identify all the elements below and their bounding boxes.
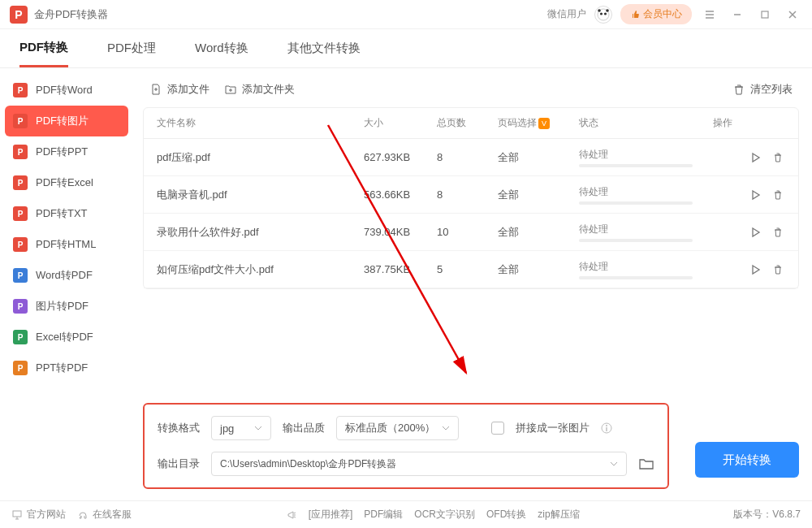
minimize-button[interactable] (728, 5, 747, 24)
clear-list-button[interactable]: 清空列表 (732, 82, 793, 97)
svg-rect-9 (607, 427, 607, 431)
tab-word-convert[interactable]: Word转换 (195, 31, 248, 66)
sidebar-item-6[interactable]: PWord转PDF (0, 260, 133, 291)
file-type-icon: P (13, 206, 28, 221)
quality-select[interactable]: 标准品质（200%） (336, 416, 459, 440)
sidebar-item-label: PDF转PPT (36, 145, 88, 159)
col-size: 大小 (364, 116, 437, 130)
sidebar-item-3[interactable]: PPDF转Excel (0, 167, 133, 198)
sidebar-item-4[interactable]: PPDF转TXT (0, 198, 133, 229)
footer-link-0[interactable]: [应用推荐] (309, 508, 353, 522)
play-button[interactable] (748, 225, 762, 240)
sidebar-item-label: PDF转TXT (36, 206, 88, 221)
cell-size: 387.75KB (364, 263, 437, 275)
chevron-down-icon (442, 426, 450, 431)
sidebar-item-label: PPT转PDF (36, 361, 88, 375)
cell-status: 待处理 (579, 148, 713, 167)
sidebar-item-2[interactable]: PPDF转PPT (0, 136, 133, 167)
footer: 官方网站 在线客服 [应用推荐] PDF编辑 OCR文字识别 OFD转换 zip… (0, 500, 812, 528)
vip-label: 会员中心 (643, 7, 682, 21)
outdir-input[interactable]: C:\Users\admin\Desktop\金舟PDF转换器 (211, 452, 627, 476)
delete-button[interactable] (771, 188, 785, 202)
sidebar-item-7[interactable]: P图片转PDF (0, 291, 133, 322)
svg-point-1 (600, 12, 603, 15)
chevron-down-icon (254, 426, 262, 431)
svg-point-8 (606, 425, 607, 426)
sidebar-item-label: PDF转图片 (36, 114, 89, 128)
customer-service-link[interactable]: 在线客服 (77, 508, 132, 522)
footer-link-2[interactable]: OCR文字识别 (414, 508, 475, 522)
sidebar-item-8[interactable]: PExcel转PDF (0, 322, 133, 353)
delete-button[interactable] (771, 262, 785, 277)
svg-point-2 (604, 12, 607, 15)
sidebar-item-1[interactable]: PPDF转图片 (5, 106, 128, 136)
merge-checkbox[interactable] (491, 422, 504, 435)
avatar[interactable] (594, 6, 612, 24)
vip-shield-icon: V (538, 118, 550, 129)
file-table: 文件名称 大小 总页数 页码选择V 状态 操作 pdf压缩.pdf 627.93… (143, 107, 799, 289)
cell-range[interactable]: 全部 (498, 225, 579, 240)
delete-button[interactable] (771, 225, 785, 240)
col-ops: 操作 (713, 116, 785, 130)
cell-size: 739.04KB (364, 226, 437, 238)
add-file-button[interactable]: 添加文件 (149, 82, 209, 97)
cell-pages: 5 (437, 263, 498, 275)
footer-link-1[interactable]: PDF编辑 (364, 508, 403, 522)
sidebar-item-9[interactable]: PPPT转PDF (0, 353, 133, 383)
tab-other-convert[interactable]: 其他文件转换 (287, 31, 361, 66)
col-name: 文件名称 (157, 116, 364, 130)
tab-pdf-convert[interactable]: PDF转换 (19, 30, 68, 67)
cell-range[interactable]: 全部 (498, 262, 579, 277)
output-settings-box: 转换格式 jpg 输出品质 标准品质（200%） 拼接成一张图片 输出目录 (143, 403, 669, 489)
cell-range[interactable]: 全部 (498, 188, 579, 202)
file-plus-icon (149, 83, 162, 96)
close-button[interactable] (783, 5, 802, 24)
play-button[interactable] (748, 262, 762, 277)
play-button[interactable] (748, 150, 762, 165)
vip-center-button[interactable]: 会员中心 (620, 4, 692, 24)
menu-button[interactable] (700, 5, 719, 24)
play-icon (749, 227, 761, 238)
sidebar-item-label: PDF转Word (36, 83, 93, 97)
maximize-button[interactable] (755, 5, 775, 24)
tab-pdf-process[interactable]: PDF处理 (107, 31, 156, 66)
official-site-link[interactable]: 官方网站 (11, 508, 66, 522)
trash-icon (732, 83, 745, 96)
file-type-icon: P (13, 145, 28, 159)
play-icon (749, 152, 761, 163)
file-type-icon: P (13, 299, 28, 314)
sidebar-item-5[interactable]: PPDF转HTML (0, 229, 133, 260)
delete-button[interactable] (771, 150, 785, 165)
start-convert-button[interactable]: 开始转换 (695, 442, 799, 478)
file-type-icon: P (13, 361, 28, 375)
trash-icon (772, 264, 784, 275)
cell-size: 627.93KB (364, 151, 437, 163)
svg-rect-5 (762, 11, 768, 18)
menu-icon (704, 9, 715, 20)
table-row: pdf压缩.pdf 627.93KB 8 全部 待处理 (144, 139, 798, 176)
table-header: 文件名称 大小 总页数 页码选择V 状态 操作 (144, 108, 798, 139)
info-icon[interactable] (601, 422, 612, 434)
format-select[interactable]: jpg (211, 416, 271, 440)
cell-name: 录歌用什么软件好.pdf (157, 225, 364, 240)
monitor-icon (11, 509, 23, 521)
add-folder-button[interactable]: 添加文件夹 (224, 82, 295, 97)
sidebar-item-0[interactable]: PPDF转Word (0, 75, 133, 106)
format-label: 转换格式 (158, 421, 200, 435)
play-button[interactable] (748, 188, 762, 202)
footer-link-4[interactable]: zip解压缩 (538, 508, 579, 522)
col-status: 状态 (579, 116, 713, 130)
cell-status: 待处理 (579, 223, 713, 242)
footer-link-3[interactable]: OFD转换 (486, 508, 526, 522)
sidebar: PPDF转WordPPDF转图片PPDF转PPTPPDF转ExcelPPDF转T… (0, 68, 133, 499)
folder-icon (638, 457, 654, 470)
svg-point-3 (598, 9, 601, 12)
cell-range[interactable]: 全部 (498, 150, 579, 165)
file-toolbar: 添加文件 添加文件夹 清空列表 (143, 75, 799, 104)
browse-folder-button[interactable] (638, 457, 654, 470)
play-icon (749, 264, 761, 275)
trash-icon (772, 227, 784, 238)
table-row: 录歌用什么软件好.pdf 739.04KB 10 全部 待处理 (144, 214, 798, 251)
folder-plus-icon (224, 83, 237, 96)
app-logo: P (10, 6, 28, 24)
